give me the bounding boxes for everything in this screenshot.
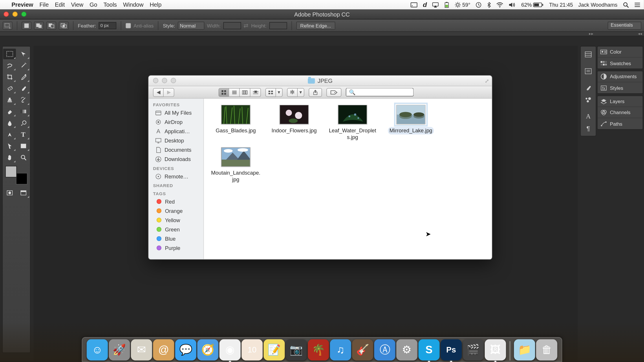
ps-traffic-lights[interactable] [3, 12, 26, 17]
dock-app-mail[interactable]: ✉ [131, 339, 152, 361]
close-icon[interactable] [3, 12, 9, 17]
dock-app-preview[interactable]: 🖼 [485, 339, 506, 361]
minimize-icon[interactable] [162, 78, 167, 83]
sidebar-tag-purple[interactable]: Purple [149, 243, 203, 253]
sidebar-item-desktop[interactable]: Desktop [149, 136, 203, 145]
weather-icon[interactable]: 59° [455, 1, 471, 8]
dock-app-imovie[interactable]: 🎬 [463, 339, 484, 361]
intersect-selection-button[interactable] [59, 21, 69, 29]
tags-button[interactable] [326, 88, 341, 97]
crop-tool-icon[interactable] [3, 72, 16, 82]
sidebar-item-remote-disc[interactable]: Remote… [149, 172, 203, 181]
timemachine-icon[interactable] [476, 1, 482, 8]
file-item[interactable]: Moutain_Landscape.jpg [206, 147, 265, 184]
foreground-color[interactable] [5, 166, 17, 178]
dock-app-finder[interactable]: ☺ [87, 339, 108, 361]
menu-go[interactable]: Go [89, 1, 97, 8]
sidebar-item-airdrop[interactable]: AirDrop [149, 117, 203, 127]
dock-app-calendar[interactable]: 10 [241, 339, 263, 361]
adjustments-panel-tab[interactable]: Adjustments [598, 71, 643, 82]
subtract-selection-button[interactable] [46, 21, 56, 29]
zoom-tool-icon[interactable] [17, 152, 30, 163]
minimize-icon[interactable] [12, 12, 18, 17]
notification-icon[interactable] [634, 2, 640, 7]
menu-tools[interactable]: Tools [103, 1, 117, 8]
coverflow-view-button[interactable] [250, 88, 261, 97]
file-item[interactable]: Indoor_Flowers.jpg [265, 105, 323, 141]
battery-icon[interactable]: 62% [521, 1, 544, 8]
sidebar-tag-red[interactable]: Red [149, 197, 203, 206]
type-tool-icon[interactable]: T [17, 129, 30, 140]
dock-trash[interactable]: 🗑 [536, 339, 557, 361]
battery2-icon[interactable] [444, 1, 449, 8]
arrange-button[interactable] [265, 88, 276, 97]
fullscreen-icon[interactable]: ⤢ [485, 78, 489, 84]
dock-app-contacts[interactable]: @ [153, 339, 174, 361]
file-item[interactable]: Gass_Blades.jpg [206, 105, 265, 141]
close-icon[interactable] [153, 78, 158, 83]
dodge-tool-icon[interactable] [17, 118, 30, 128]
dock-app-itunes[interactable]: ♫ [330, 339, 351, 361]
brush-presets-panel-icon[interactable] [582, 94, 594, 105]
healing-tool-icon[interactable] [3, 83, 16, 94]
path-selection-tool-icon[interactable] [3, 141, 16, 151]
gradient-tool-icon[interactable] [17, 106, 30, 117]
app-menu-name[interactable]: Preview [12, 1, 33, 8]
move-tool-icon[interactable] [17, 49, 30, 59]
dock-app-photobooth[interactable]: 📷 [286, 339, 307, 361]
dock-app-launchpad[interactable]: 🚀 [109, 339, 130, 361]
forward-button[interactable]: ▶ [164, 88, 174, 97]
swatches-panel-tab[interactable]: Swatches [598, 58, 643, 69]
new-selection-button[interactable] [22, 21, 32, 29]
collapse-chevron-icon[interactable]: ▸▸ [589, 31, 593, 36]
pen-tool-icon[interactable] [3, 129, 16, 140]
dock-app-appstore[interactable]: Ⓐ [374, 339, 395, 361]
column-view-button[interactable] [240, 88, 250, 97]
finder-search-input[interactable] [346, 88, 414, 96]
lasso-tool-icon[interactable] [3, 60, 16, 71]
finder-traffic-lights[interactable] [153, 78, 176, 83]
sidebar-tag-green[interactable]: Green [149, 225, 203, 234]
dock-app-garageband[interactable]: 🎸 [352, 339, 373, 361]
file-item[interactable]: Mirrored_Lake.jpg [382, 105, 440, 141]
sidebar-item-all-files[interactable]: All My Files [149, 108, 203, 117]
paragraph-panel-icon[interactable]: ¶ [582, 123, 594, 133]
dock-app-notes[interactable]: 📝 [264, 339, 285, 361]
finder-titlebar[interactable]: JPEG ⤢ [149, 76, 492, 86]
menu-help[interactable]: Help [150, 1, 162, 8]
sidebar-tag-yellow[interactable]: Yellow [149, 215, 203, 225]
brush-tool-icon[interactable] [17, 83, 30, 94]
screencast-icon[interactable] [411, 2, 418, 7]
dock-app-photoshop[interactable]: Ps [440, 339, 462, 361]
channels-panel-tab[interactable]: Channels [598, 107, 643, 118]
refine-edge-button[interactable]: Refine Edge... [296, 21, 335, 29]
history-brush-tool-icon[interactable] [17, 95, 30, 105]
screenmode-icon[interactable] [17, 188, 30, 198]
sidebar-tag-blue[interactable]: Blue [149, 234, 203, 243]
blur-tool-icon[interactable] [3, 118, 16, 128]
extras-icon[interactable]: d [423, 1, 427, 8]
menu-view[interactable]: View [71, 1, 83, 8]
character-panel-icon[interactable]: A [582, 111, 594, 122]
magic-wand-tool-icon[interactable] [17, 60, 30, 71]
brush-panel-icon[interactable] [582, 83, 594, 94]
marquee-tool-icon[interactable] [3, 49, 16, 59]
file-item[interactable]: Leaf_Water_Droplets.jpg [323, 105, 382, 141]
spotlight-icon[interactable] [623, 1, 629, 8]
foreground-background-swatch[interactable] [5, 166, 27, 184]
menu-window[interactable]: Window [123, 1, 144, 8]
sidebar-item-downloads[interactable]: Downloads [149, 154, 203, 164]
volume-icon[interactable] [509, 2, 516, 7]
add-selection-button[interactable] [34, 21, 44, 29]
properties-panel-icon[interactable] [582, 66, 594, 77]
styles-panel-tab[interactable]: fxStyles [598, 82, 643, 93]
user-label[interactable]: Jack Woodhams [578, 1, 617, 8]
sidebar-item-applications[interactable]: AApplicati… [149, 127, 203, 136]
background-color[interactable] [16, 173, 28, 184]
wifi-icon[interactable] [496, 2, 503, 7]
eraser-tool-icon[interactable] [3, 106, 16, 117]
dock-downloads[interactable]: 📁 [514, 339, 535, 361]
finder-file-grid[interactable]: Gass_Blades.jpgIndoor_Flowers.jpgLeaf_Wa… [204, 99, 492, 259]
eyedropper-tool-icon[interactable] [17, 72, 30, 82]
style-select[interactable]: Normal [178, 21, 204, 29]
